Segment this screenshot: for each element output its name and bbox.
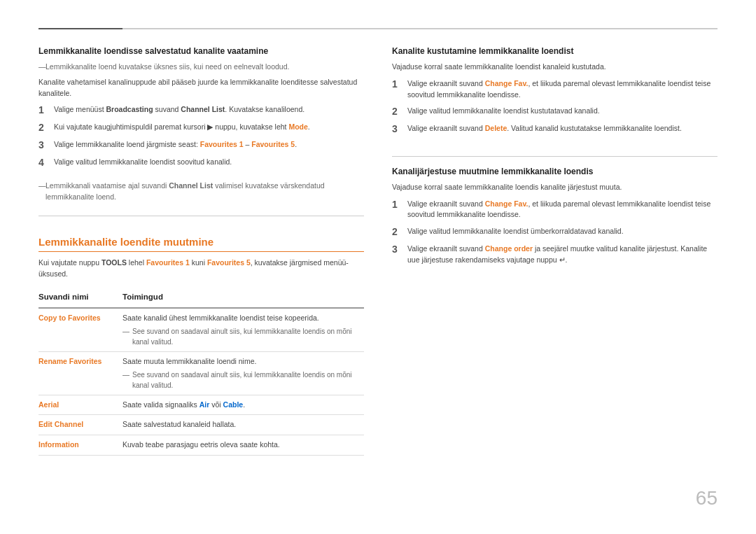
list-item: 3 Valige lemmikkanalite loend järgmiste … xyxy=(38,139,364,151)
list-item-content: Valige valitud lemmikkanalite loendist k… xyxy=(407,106,718,118)
row-name: Aerial xyxy=(38,395,122,415)
right-section2-title: Kanalijärjestuse muutmine lemmikkanalite… xyxy=(392,165,718,178)
list-num: 2 xyxy=(38,122,54,134)
row-name: Edit Channel xyxy=(38,415,122,435)
list-num: 1 xyxy=(392,78,407,101)
list-item: 1 Valige ekraanilt suvand Change Fav., e… xyxy=(392,78,718,101)
list-item-content: Valige ekraanilt suvand Delete. Valitud … xyxy=(407,123,718,135)
table-row: Rename Favorites Saate muuta lemmikkanal… xyxy=(38,351,364,395)
list-item-content: Valige valitud lemmikkanalite loendist s… xyxy=(54,157,364,169)
list-item-content: Valige valitud lemmikkanalite loendist ü… xyxy=(407,226,718,238)
table-row: Aerial Saate valida signaaliks Air või C… xyxy=(38,395,364,415)
top-decorative-line xyxy=(38,28,718,29)
page-number: 65 xyxy=(696,484,718,513)
change-order-text: Change order xyxy=(485,244,533,253)
list-item: 3 Valige ekraanilt suvand Change order j… xyxy=(392,244,718,266)
table-row: Edit Channel Saate salvestatud kanaleid … xyxy=(38,415,364,435)
left-section2-highlight-title: Lemmikkanalite loendite muutmine xyxy=(38,234,364,253)
divider xyxy=(38,216,364,216)
menu-table: Suvandi nimi Toimingud Copy to Favorites… xyxy=(38,288,364,456)
left-section1-body: Kanalite vahetamisel kanalinuppude abil … xyxy=(38,77,364,99)
row-action: Saate salvestatud kanaleid hallata. xyxy=(122,415,364,435)
fav1-tools: Favourites 1 xyxy=(146,258,190,267)
list-item: 2 Valige valitud lemmikkanalite loendist… xyxy=(392,226,718,238)
right-section1-title: Kanalite kustutamine lemmikkanalite loen… xyxy=(392,45,718,57)
list-num: 2 xyxy=(392,226,407,238)
list-item: 2 Valige valitud lemmikkanalite loendist… xyxy=(392,106,718,118)
right-column: Kanalite kustutamine lemmikkanalite loen… xyxy=(392,45,718,506)
channel-list-bold: Channel List xyxy=(181,105,225,113)
right-section1-list: 1 Valige ekraanilt suvand Change Fav., e… xyxy=(392,78,718,141)
change-fav-text: Change Fav. xyxy=(485,79,528,87)
cable-text: Cable xyxy=(223,400,244,409)
list-item-content: Valige ekraanilt suvand Change order ja … xyxy=(407,244,718,266)
list-item: 1 Valige menüüst Broadcasting suvand Cha… xyxy=(38,104,364,116)
table-body: Copy to Favorites Saate kanalid ühest le… xyxy=(38,308,364,455)
list-num: 3 xyxy=(392,244,407,266)
left-section1-title: Lemmikkanalite loendisse salvestatud kan… xyxy=(38,45,364,57)
table-row: Copy to Favorites Saate kanalid ühest le… xyxy=(38,308,364,351)
fav5-tools: Favourites 5 xyxy=(207,258,251,267)
list-num: 3 xyxy=(38,139,54,151)
row-action: Saate muuta lemmikkanalite loendi nime. … xyxy=(122,351,364,395)
list-item-content: Valige ekraanilt suvand Change Fav., et … xyxy=(407,199,718,221)
delete-text: Delete xyxy=(485,124,507,132)
row-action: Saate valida signaaliks Air või Cable. xyxy=(122,395,364,415)
right-section2-list: 1 Valige ekraanilt suvand Change Fav., e… xyxy=(392,199,718,272)
list-num: 4 xyxy=(38,157,54,169)
air-text: Air xyxy=(200,400,210,409)
list-num: 2 xyxy=(392,106,407,118)
col-header-action: Toimingud xyxy=(122,288,364,308)
col-header-name: Suvandi nimi xyxy=(38,288,122,308)
left-section1-list: 1 Valige menüüst Broadcasting suvand Cha… xyxy=(38,104,364,174)
list-num: 3 xyxy=(392,123,407,135)
list-item: 1 Valige ekraanilt suvand Change Fav., e… xyxy=(392,199,718,221)
right-section1-body: Vajaduse korral saate lemmikkanalite loe… xyxy=(392,62,718,73)
row-action: Kuvab teabe parasjagu eetris oleva saate… xyxy=(122,435,364,456)
favourites1-text: Favourites 1 xyxy=(200,140,244,148)
list-num: 1 xyxy=(38,104,54,116)
left-column: Lemmikkanalite loendisse salvestatud kan… xyxy=(38,45,364,506)
change-fav2-text: Change Fav. xyxy=(485,199,528,208)
list-item-content: Valige ekraanilt suvand Change Fav., et … xyxy=(407,78,718,101)
mode-text: Mode xyxy=(288,122,307,131)
list-item: 3 Valige ekraanilt suvand Delete. Valitu… xyxy=(392,123,718,135)
list-item: 2 Kui vajutate kaugjuhtimispuldil parema… xyxy=(38,122,364,134)
row-name: Rename Favorites xyxy=(38,351,122,395)
right-section2-body: Vajaduse korral saate lemmikkanalite loe… xyxy=(392,182,718,193)
row-note: See suvand on saadaval ainult siis, kui … xyxy=(122,370,364,391)
row-note: See suvand on saadaval ainult siis, kui … xyxy=(122,326,364,347)
main-columns: Lemmikkanalite loendisse salvestatud kan… xyxy=(38,45,718,506)
row-action: Saate kanalid ühest lemmikkanalite loend… xyxy=(122,308,364,351)
list-item-content: Valige lemmikkanalite loend järgmiste se… xyxy=(54,139,364,151)
left-section1-sub-note: Lemmikkanali vaatamise ajal suvandi Chan… xyxy=(38,181,364,203)
table-header-row: Suvandi nimi Toimingud xyxy=(38,288,364,308)
tools-note: Kui vajutate nuppu TOOLS lehel Favourite… xyxy=(38,258,364,280)
list-item: 4 Valige valitud lemmikkanalite loendist… xyxy=(38,157,364,169)
right-divider xyxy=(392,156,718,157)
left-section1-dash-note: Lemmikkanalite loend kuvatakse üksnes si… xyxy=(38,62,364,73)
row-name: Copy to Favorites xyxy=(38,308,122,351)
page: Lemmikkanalite loendisse salvestatud kan… xyxy=(0,0,756,534)
table-row: Information Kuvab teabe parasjagu eetris… xyxy=(38,435,364,456)
favourites5-text: Favourites 5 xyxy=(251,140,295,148)
tools-bold: TOOLS xyxy=(102,258,127,267)
broadcasting-bold: Broadcasting xyxy=(106,105,153,113)
row-name: Information xyxy=(38,435,122,456)
list-item-content: Kui vajutate kaugjuhtimispuldil paremat … xyxy=(54,122,364,134)
list-item-content: Valige menüüst Broadcasting suvand Chann… xyxy=(54,104,364,116)
list-num: 1 xyxy=(392,199,407,221)
